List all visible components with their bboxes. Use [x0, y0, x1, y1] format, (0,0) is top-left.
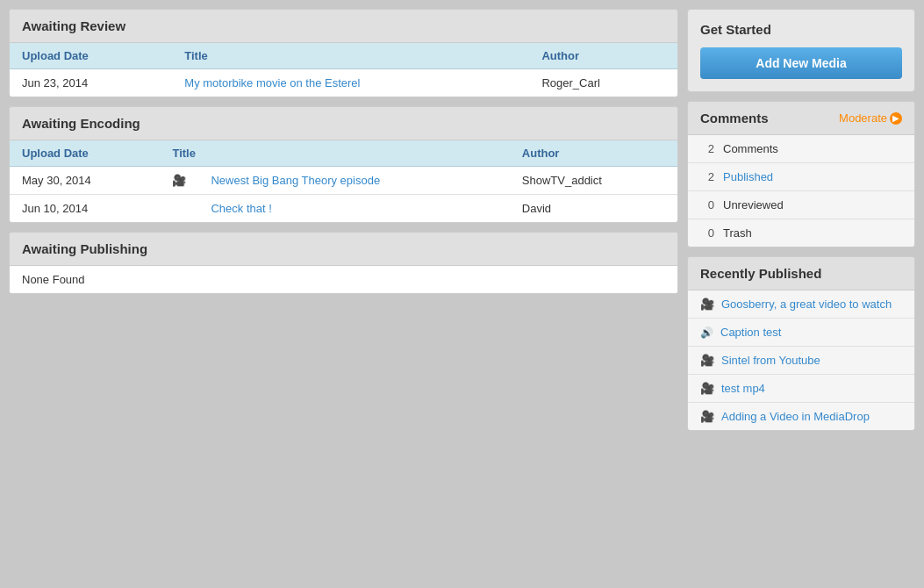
col-author-2: Author	[510, 140, 677, 167]
moderate-link[interactable]: Moderate ▶	[839, 111, 902, 125]
moderate-circle-icon: ▶	[890, 112, 902, 125]
recent-item-link[interactable]: Goosberry, a great video to watch	[721, 298, 892, 311]
cell-icon: 🎥	[160, 167, 198, 195]
title-link[interactable]: Check that !	[211, 202, 271, 215]
title-link[interactable]: My motorbike movie on the Esterel	[184, 76, 360, 90]
recently-published-panel: Recently Published 🎥 Goosberry, a great …	[687, 256, 915, 431]
cell-icon-empty	[160, 195, 198, 223]
comment-label: Comments	[723, 142, 778, 155]
comments-title: Comments	[700, 111, 769, 125]
list-item: 2 Comments	[688, 135, 914, 163]
comment-label: Unreviewed	[723, 198, 784, 212]
video-camera-icon: 🎥	[700, 382, 714, 395]
col-title-2: Title	[160, 140, 509, 167]
list-item: 2 Published	[688, 163, 914, 191]
comment-count: 0	[700, 226, 714, 240]
recent-item-link[interactable]: Sintel from Youtube	[721, 354, 820, 367]
list-item: 0 Trash	[688, 219, 914, 247]
table-row: Jun 10, 2014 Check that ! David	[10, 195, 677, 223]
awaiting-review-title: Awaiting Review	[10, 10, 677, 43]
awaiting-review-panel: Awaiting Review Upload Date Title Author…	[9, 9, 678, 97]
none-found-row: None Found	[10, 266, 677, 293]
cell-author: David	[510, 195, 677, 223]
sidebar-column: Get Started Add New Media Comments Moder…	[687, 9, 915, 579]
cell-author: ShowTV_addict	[510, 167, 677, 195]
title-link[interactable]: Newest Big Bang Theory episode	[211, 174, 380, 187]
cell-date: Jun 10, 2014	[10, 195, 160, 223]
cell-date: May 30, 2014	[10, 167, 160, 195]
awaiting-encoding-panel: Awaiting Encoding Upload Date Title Auth…	[9, 106, 678, 223]
recent-item-link[interactable]: Adding a Video in MediaDrop	[721, 410, 870, 423]
col-upload-date-2: Upload Date	[10, 140, 160, 167]
awaiting-publishing-title: Awaiting Publishing	[10, 233, 677, 266]
main-column: Awaiting Review Upload Date Title Author…	[9, 9, 678, 579]
none-found-text: None Found	[10, 266, 677, 293]
comment-count: 2	[700, 142, 714, 155]
recent-list: 🎥 Goosberry, a great video to watch 🔊 Ca…	[688, 290, 914, 430]
list-item: 🎥 test mp4	[688, 375, 914, 403]
col-upload-date-1: Upload Date	[10, 43, 172, 69]
list-item: 🎥 Goosberry, a great video to watch	[688, 290, 914, 319]
video-camera-icon: 🎥	[700, 298, 714, 311]
cell-author: Roger_Carl	[529, 69, 677, 97]
cell-title: Check that !	[198, 195, 509, 223]
list-item: 0 Unreviewed	[688, 191, 914, 219]
cell-title: Newest Big Bang Theory episode	[198, 167, 509, 195]
comment-count: 2	[700, 170, 714, 183]
table-row: May 30, 2014 🎥 Newest Big Bang Theory ep…	[10, 167, 677, 195]
comments-list: 2 Comments 2 Published 0 Unreviewed 0 Tr…	[688, 135, 914, 247]
video-camera-icon: 🎥	[172, 174, 186, 187]
comment-label: Trash	[723, 226, 752, 240]
comment-count: 0	[700, 198, 714, 212]
cell-date: Jun 23, 2014	[10, 69, 172, 97]
list-item: 🎥 Sintel from Youtube	[688, 347, 914, 375]
comments-panel: Comments Moderate ▶ 2 Comments 2 Publish…	[687, 101, 915, 247]
audio-icon: 🔊	[700, 326, 713, 339]
comments-header: Comments Moderate ▶	[688, 102, 914, 135]
list-item: 🔊 Caption test	[688, 319, 914, 347]
recent-item-link[interactable]: test mp4	[721, 382, 765, 395]
recent-item-link[interactable]: Caption test	[720, 326, 781, 339]
page-wrapper: Awaiting Review Upload Date Title Author…	[0, 0, 924, 588]
video-camera-icon: 🎥	[700, 410, 714, 423]
get-started-panel: Get Started Add New Media	[687, 9, 915, 92]
video-camera-icon: 🎥	[700, 354, 714, 367]
add-media-button[interactable]: Add New Media	[700, 47, 902, 79]
comment-label-published: Published	[723, 170, 773, 183]
awaiting-publishing-panel: Awaiting Publishing None Found	[9, 232, 678, 294]
awaiting-encoding-title: Awaiting Encoding	[10, 107, 677, 140]
get-started-title: Get Started	[700, 22, 902, 37]
awaiting-publishing-table: None Found	[10, 266, 677, 293]
moderate-label: Moderate	[839, 111, 887, 125]
cell-title: My motorbike movie on the Esterel	[172, 69, 529, 97]
table-row: Jun 23, 2014 My motorbike movie on the E…	[10, 69, 677, 97]
col-title-1: Title	[172, 43, 529, 69]
list-item: 🎥 Adding a Video in MediaDrop	[688, 403, 914, 430]
awaiting-review-table: Upload Date Title Author Jun 23, 2014 My…	[10, 43, 677, 97]
col-author-1: Author	[529, 43, 677, 69]
recently-published-title: Recently Published	[688, 257, 914, 290]
awaiting-encoding-table: Upload Date Title Author May 30, 2014 🎥 …	[10, 140, 677, 222]
